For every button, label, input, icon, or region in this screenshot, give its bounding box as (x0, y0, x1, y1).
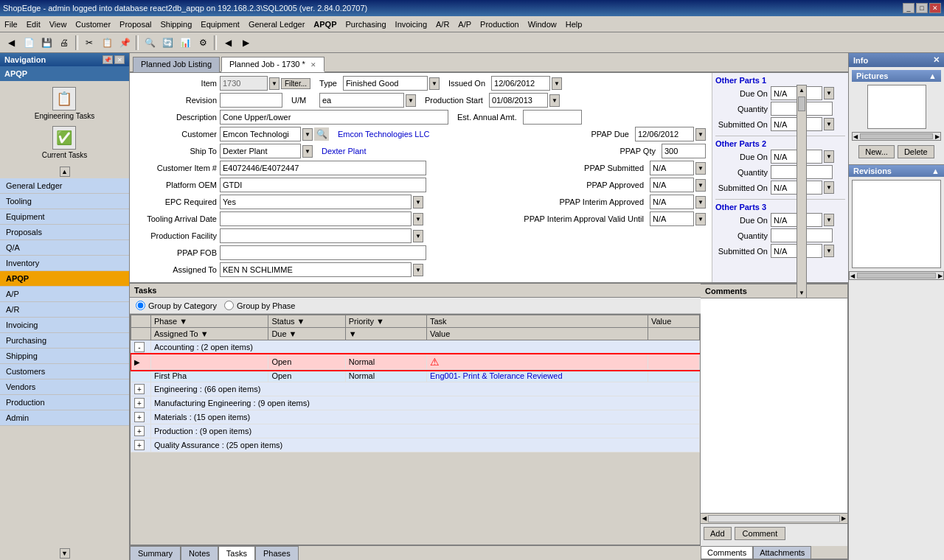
production-expand-cell[interactable]: + (131, 424, 151, 438)
ppap-interim-input[interactable] (650, 195, 694, 209)
delete-picture-button[interactable]: Delete (898, 145, 934, 158)
ppap-qty-input[interactable] (662, 144, 706, 158)
sidebar-item-tooling[interactable]: Tooling (0, 194, 129, 209)
radio-phase-input[interactable] (224, 301, 234, 310)
materials-expand-cell[interactable]: + (131, 410, 151, 424)
toolbar-extra2[interactable]: ⚙ (195, 35, 211, 51)
sidebar-item-proposals[interactable]: Proposals (0, 225, 129, 240)
toolbar-extra3[interactable]: ◀ (220, 35, 236, 51)
radio-group-by-phase[interactable]: Group by Phase (224, 301, 296, 310)
item-input[interactable] (220, 76, 268, 91)
scroll-thumb[interactable] (798, 97, 805, 111)
type-input[interactable] (343, 76, 428, 91)
prod-start-input[interactable] (489, 93, 548, 108)
ppap-due-input[interactable] (635, 127, 694, 141)
toolbar-paste[interactable]: 📌 (117, 35, 133, 51)
toolbar-refresh[interactable]: 🔄 (159, 35, 176, 51)
mfg-expand-icon[interactable]: + (134, 398, 145, 408)
bottom-tab-phases[interactable]: Phases (255, 546, 299, 560)
op2-due-arrow[interactable]: ▼ (824, 150, 834, 163)
sidebar-item-inventory[interactable]: Inventory (0, 256, 129, 271)
item-dropdown-arrow[interactable]: ▼ (269, 77, 280, 90)
bottom-tab-summary[interactable]: Summary (130, 546, 181, 560)
sidebar-item-vendors[interactable]: Vendors (0, 379, 129, 395)
revision-input[interactable] (220, 93, 282, 108)
selected-expand-icon[interactable]: ▶ (134, 358, 140, 366)
task-row-eng001[interactable]: First Pha Open Normal Eng001- Print & To… (131, 370, 700, 382)
menu-view[interactable]: View (45, 18, 72, 30)
op1-due-arrow[interactable]: ▼ (824, 87, 834, 99)
col-priority[interactable]: Priority ▼ (345, 315, 426, 328)
issued-on-input[interactable] (491, 76, 550, 91)
sidebar-scroll-up[interactable]: ▲ (60, 167, 70, 177)
um-input[interactable] (319, 93, 404, 108)
add-comment-button[interactable]: Add (704, 527, 732, 540)
sidebar-item-general-ledger[interactable]: General Ledger (0, 178, 129, 194)
pictures-collapse-icon[interactable]: ▲ (929, 71, 937, 80)
sidebar-item-purchasing[interactable]: Purchasing (0, 333, 129, 349)
quality-expand-cell[interactable]: + (131, 438, 151, 452)
menu-apqp[interactable]: APQP (309, 18, 341, 30)
close-btn[interactable]: ✕ (929, 3, 941, 13)
production-facility-input[interactable] (220, 228, 412, 243)
toolbar-print[interactable]: 🖨 (56, 35, 72, 51)
ship-to-input[interactable] (220, 144, 301, 158)
ppap-approved-input[interactable] (650, 178, 694, 192)
engineering-expand-icon[interactable]: + (134, 384, 145, 394)
prod-start-dropdown-arrow[interactable]: ▼ (549, 94, 560, 107)
sidebar-item-shipping[interactable]: Shipping (0, 349, 129, 364)
ppap-interim-dropdown-arrow[interactable]: ▼ (695, 196, 706, 209)
minimize-btn[interactable]: _ (903, 3, 914, 13)
menu-help[interactable]: Help (561, 18, 587, 30)
customer-item-input[interactable] (220, 161, 426, 175)
sidebar-item-equipment[interactable]: Equipment (0, 209, 129, 225)
est-annual-input[interactable] (523, 110, 582, 125)
sidebar-item-qa[interactable]: Q/A (0, 240, 129, 256)
eng001-task-link[interactable]: Eng001- Print & Tolerance Reviewed (430, 371, 563, 380)
col-due[interactable]: Due ▼ (268, 328, 345, 340)
eng001-task[interactable]: Eng001- Print & Tolerance Reviewed (426, 370, 648, 382)
toolbar-new[interactable]: 📄 (21, 35, 37, 51)
toolbar-find[interactable]: 🔍 (142, 35, 158, 51)
menu-purchasing[interactable]: Purchasing (341, 18, 391, 30)
filter-button[interactable]: Filter... (281, 78, 310, 89)
production-expand-icon[interactable]: + (134, 426, 145, 436)
description-input[interactable] (220, 110, 448, 125)
tab-planned-job-listing[interactable]: Planned Job Listing (133, 57, 220, 72)
ppap-submitted-dropdown-arrow[interactable]: ▼ (695, 162, 706, 175)
production-facility-dropdown-arrow[interactable]: ▼ (413, 230, 423, 242)
customer-dropdown-arrow[interactable]: ▼ (302, 128, 313, 141)
sidebar-engineering-tasks[interactable]: 📋 Engineering Tasks (32, 84, 98, 123)
selected-expand-cell[interactable]: ▶ (131, 354, 151, 370)
comment-button[interactable]: Comment (735, 527, 786, 540)
customer-search-btn[interactable]: 🔍 (314, 127, 329, 141)
toolbar-copy[interactable]: 📋 (99, 35, 115, 51)
col-assigned-to[interactable]: Assigned To ▼ (151, 328, 268, 340)
accounting-expand-icon[interactable]: - (134, 342, 145, 352)
menu-file[interactable]: File (0, 18, 22, 30)
epc-required-dropdown-arrow[interactable]: ▼ (413, 196, 423, 209)
menu-shipping[interactable]: Shipping (156, 18, 196, 30)
col-priority-filter[interactable]: ▼ (345, 328, 426, 340)
toolbar-save[interactable]: 💾 (38, 35, 55, 51)
tooling-arrival-input[interactable] (220, 211, 412, 226)
sidebar-close-btn[interactable]: ✕ (114, 55, 125, 64)
sidebar-item-apqp[interactable]: APQP (0, 271, 129, 287)
menu-production[interactable]: Production (476, 18, 524, 30)
platform-oem-input[interactable] (220, 178, 426, 192)
toolbar-cut[interactable]: ✂ (81, 35, 97, 51)
menu-ar[interactable]: A/R (431, 18, 454, 30)
menu-customer[interactable]: Customer (71, 18, 115, 30)
revisions-collapse-icon[interactable]: ▲ (931, 167, 940, 175)
col-task[interactable]: Task (426, 315, 648, 328)
pic-scroll-right[interactable]: ▶ (934, 133, 940, 141)
ppap-interim-valid-input[interactable] (650, 211, 694, 226)
toolbar-back[interactable]: ◀ (3, 35, 19, 51)
scroll-left-btn[interactable]: ◀ (701, 514, 708, 523)
sidebar-item-customers[interactable]: Customers (0, 364, 129, 379)
window-controls[interactable]: _ □ ✕ (903, 3, 941, 13)
tab-close-icon[interactable]: ✕ (310, 61, 316, 69)
rev-scroll-right[interactable]: ▶ (937, 272, 943, 280)
epc-required-input[interactable] (220, 195, 412, 209)
op3-submitted-arrow[interactable]: ▼ (824, 245, 834, 257)
